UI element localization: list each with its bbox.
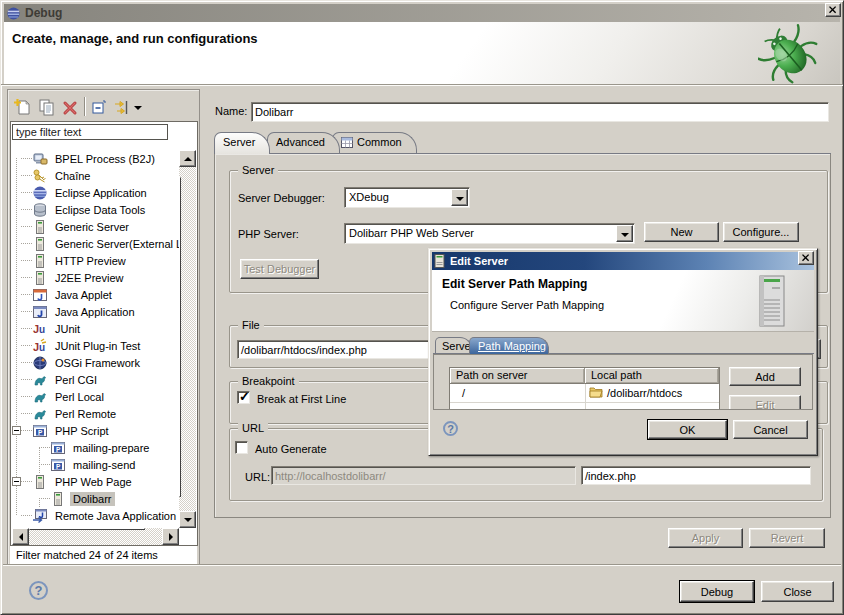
tree-item-remote-java-application[interactable]: Remote Java Application bbox=[11, 507, 197, 524]
close-icon[interactable] bbox=[825, 3, 841, 17]
help-icon[interactable]: ? bbox=[29, 581, 48, 600]
close-button[interactable]: Close bbox=[761, 581, 834, 602]
tree-item-osgi-framework[interactable]: OSGi Framework bbox=[11, 354, 197, 371]
tree-vscrollbar[interactable] bbox=[179, 150, 196, 528]
tree-item-mailing-prepare[interactable]: Pmailing-prepare bbox=[11, 439, 197, 456]
footer-separator bbox=[3, 564, 841, 566]
filter-dropdown-icon[interactable] bbox=[134, 106, 142, 110]
php-server-combo[interactable]: Dolibarr PHP Web Server bbox=[344, 223, 635, 244]
server-icon bbox=[50, 491, 66, 507]
cell-path-on-server[interactable]: / bbox=[462, 387, 465, 399]
dialog-tab-path-mapping[interactable]: Path Mapping bbox=[469, 337, 549, 354]
delete-config-icon[interactable] bbox=[62, 99, 79, 116]
configure-server-button[interactable]: Configure... bbox=[723, 222, 799, 242]
tree-item-http-preview[interactable]: HTTP Preview bbox=[11, 252, 197, 269]
filter-input[interactable] bbox=[12, 124, 168, 140]
collapse-expander-icon[interactable] bbox=[12, 426, 21, 435]
tree-item-cha-ne[interactable]: Chaîne bbox=[11, 167, 197, 184]
server-tower-icon bbox=[758, 275, 786, 327]
test-debugger-button[interactable]: Test Debugger bbox=[240, 259, 319, 279]
apply-button[interactable]: Apply bbox=[668, 528, 743, 548]
tree-item-perl-cgi[interactable]: Perl CGI bbox=[11, 371, 197, 388]
tree-item-eclipse-application[interactable]: Eclipse Application bbox=[11, 184, 197, 201]
debug-window: Debug Create, manage, and run configurat… bbox=[0, 0, 844, 615]
edit-server-dialog: Edit Server Edit Server Path Mapping Con… bbox=[428, 248, 818, 456]
tab-advanced[interactable]: Advanced bbox=[267, 132, 340, 153]
new-config-icon[interactable] bbox=[14, 99, 31, 116]
auto-generate-label: Auto Generate bbox=[255, 443, 327, 455]
add-mapping-button[interactable]: Add bbox=[729, 367, 801, 386]
svg-text:u: u bbox=[39, 342, 45, 353]
tree-item-j2ee-preview[interactable]: J2EE Preview bbox=[11, 269, 197, 286]
tree-item-bpel-process-b2j-[interactable]: BPEL Process (B2J) bbox=[11, 150, 197, 167]
svg-text:u: u bbox=[39, 324, 45, 335]
edit-mapping-button[interactable]: Edit bbox=[729, 395, 801, 410]
server-icon bbox=[32, 253, 48, 269]
left-toolbar bbox=[8, 90, 199, 121]
debug-button[interactable]: Debug bbox=[680, 581, 754, 602]
tree-hscrollbar[interactable] bbox=[12, 528, 179, 545]
revert-button[interactable]: Revert bbox=[749, 528, 825, 548]
path-mapping-table: Path on server Local path / /dolibarr/ht… bbox=[449, 367, 720, 410]
collapse-expander-icon[interactable] bbox=[12, 477, 21, 486]
php-icon: P bbox=[32, 423, 48, 439]
osgi-icon bbox=[32, 355, 48, 371]
new-server-button[interactable]: New bbox=[644, 222, 719, 242]
break-first-line-checkbox[interactable]: ✓ bbox=[237, 391, 250, 404]
tree-item-java-application[interactable]: Java Application bbox=[11, 303, 197, 320]
perl-icon bbox=[32, 372, 48, 388]
chevron-down-icon bbox=[616, 225, 633, 242]
svg-text:P: P bbox=[56, 445, 61, 452]
dialog-tab-content: Path on server Local path / /dolibarr/ht… bbox=[433, 354, 813, 410]
tree-item-generic-server[interactable]: Generic Server bbox=[11, 218, 197, 235]
cancel-button[interactable]: Cancel bbox=[733, 420, 808, 439]
banner-separator bbox=[1, 84, 843, 86]
config-type-panel: BPEL Process (B2J)ChaîneEclipse Applicat… bbox=[7, 89, 200, 566]
dialog-tab-server[interactable]: Server bbox=[435, 337, 472, 354]
col-local-path[interactable]: Local path bbox=[585, 368, 719, 384]
tree-item-generic-server-external-la[interactable]: Generic Server(External La bbox=[11, 235, 197, 252]
col-path-on-server[interactable]: Path on server bbox=[450, 368, 585, 384]
dialog-banner: Edit Server Path Mapping Configure Serve… bbox=[432, 270, 814, 332]
tree-item-junit-plug-in-test[interactable]: JuJUnit Plug-in Test bbox=[11, 337, 197, 354]
server-debugger-combo[interactable]: XDebug bbox=[344, 187, 470, 208]
url-label: URL: bbox=[245, 471, 270, 483]
filter-configs-icon[interactable] bbox=[114, 99, 131, 116]
tree-item-eclipse-data-tools[interactable]: Eclipse Data Tools bbox=[11, 201, 197, 218]
debug-bug-icon bbox=[758, 24, 820, 86]
php-icon: P bbox=[50, 457, 66, 473]
db-icon bbox=[32, 202, 48, 218]
duplicate-config-icon[interactable] bbox=[38, 99, 55, 116]
folder-icon bbox=[589, 386, 603, 398]
dialog-close-icon[interactable] bbox=[798, 251, 814, 265]
dialog-subheading: Configure Server Path Mapping bbox=[450, 299, 604, 311]
tree-item-junit[interactable]: JuJUnit bbox=[11, 320, 197, 337]
filter-status: Filter matched 24 of 24 items bbox=[10, 546, 197, 564]
break-first-line-label: Break at First Line bbox=[257, 393, 346, 405]
scroll-down-icon bbox=[179, 511, 196, 528]
tree-item-perl-remote[interactable]: Perl Remote bbox=[11, 405, 197, 422]
ok-button[interactable]: OK bbox=[648, 420, 727, 439]
java-icon bbox=[32, 304, 48, 320]
auto-generate-checkbox[interactable] bbox=[235, 441, 248, 454]
svg-text:P: P bbox=[38, 428, 43, 435]
scroll-right-icon bbox=[162, 528, 179, 545]
bpel-icon bbox=[32, 151, 48, 167]
collapse-all-icon[interactable] bbox=[90, 99, 107, 116]
tab-common[interactable]: Common bbox=[332, 132, 417, 153]
tree-item-php-web-page[interactable]: PHP Web Page bbox=[11, 473, 197, 490]
url-path-input[interactable]: /index.php bbox=[581, 466, 811, 485]
dialog-help-icon[interactable]: ? bbox=[443, 421, 458, 436]
window-title: Debug bbox=[25, 6, 62, 20]
tree-item-perl-local[interactable]: Perl Local bbox=[11, 388, 197, 405]
server-icon bbox=[32, 474, 48, 490]
config-tree: BPEL Process (B2J)ChaîneEclipse Applicat… bbox=[11, 150, 197, 524]
tree-item-mailing-send[interactable]: Pmailing-send bbox=[11, 456, 197, 473]
tree-item-dolibarr[interactable]: Dolibarr bbox=[11, 490, 197, 507]
name-input[interactable]: Dolibarr bbox=[251, 102, 829, 122]
cell-local-path[interactable]: /dolibarr/htdocs bbox=[607, 387, 682, 399]
tree-item-java-applet[interactable]: Java Applet bbox=[11, 286, 197, 303]
tree-item-php-script[interactable]: PPHP Script bbox=[11, 422, 197, 439]
tab-server[interactable]: Server bbox=[214, 132, 270, 154]
server-icon bbox=[32, 270, 48, 286]
